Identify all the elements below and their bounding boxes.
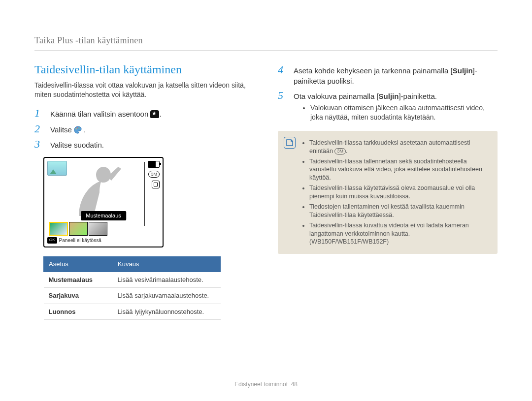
step-number: 3 xyxy=(34,139,45,150)
table-row: Sarjakuva Lisää sarjakuvamaalaustehoste. xyxy=(44,288,221,304)
filter-thumb xyxy=(69,222,88,236)
sub-bullet-list: Valokuvan ottamisen jälkeen alkaa automa… xyxy=(294,103,498,122)
battery-icon xyxy=(148,161,160,168)
step-number: 4 xyxy=(278,64,289,75)
palette-icon xyxy=(74,126,84,134)
step-4: 4 Aseta kohde kehykseen ja tarkenna pain… xyxy=(278,64,498,86)
preview-footer: OK Paneeli ei käytössä xyxy=(47,237,101,244)
section-header: Taika Plus -tilan käyttäminen xyxy=(34,34,498,51)
svg-point-2 xyxy=(78,127,79,128)
note-callout: Taidesivellin-tilassa tarkkuudeksi asete… xyxy=(278,131,498,254)
af-indicator-icon xyxy=(152,181,160,188)
note-item: Taidesivellin-tilassa kuvattua videota e… xyxy=(309,221,490,247)
panel-status-text: Paneeli ei käytössä xyxy=(59,237,101,244)
manual-page: Taika Plus -tilan käyttäminen Taidesivel… xyxy=(0,0,532,401)
status-icons: 3M xyxy=(148,161,160,188)
right-column: 4 Aseta kohde kehykseen ja tarkenna pain… xyxy=(278,62,498,320)
step-2: 2 Valitse . xyxy=(34,123,254,135)
camera-preview: 3M Mustemaalaus OK Paneeli ei käytössä xyxy=(43,157,164,247)
resolution-badge: 3M xyxy=(148,171,160,178)
intro-text: Taidesivellin-tilassa voit ottaa valokuv… xyxy=(34,81,254,99)
left-column: Taidesivellin-tilan käyttäminen Taidesiv… xyxy=(34,62,254,320)
resolution-pill-icon: 3M xyxy=(334,148,346,154)
preview-thumbnail-icon xyxy=(47,161,67,176)
filter-options-table: Asetus Kuvaus Mustemaalaus Lisää vesivär… xyxy=(43,256,221,320)
two-column-layout: Taidesivellin-tilan käyttäminen Taidesiv… xyxy=(34,62,498,320)
note-icon xyxy=(284,137,296,149)
step-text: Valitse . xyxy=(50,123,254,135)
note-item: Taidesivellin-tilassa tarkkuudeksi asete… xyxy=(309,139,490,155)
table-header: Asetus xyxy=(44,257,113,272)
filter-thumb xyxy=(89,222,107,236)
mode-dial-icon xyxy=(150,110,159,118)
note-item: Taidesivellin-tilassa käytettävissä olev… xyxy=(309,184,490,201)
filter-thumb xyxy=(49,222,68,236)
step-5: 5 Ota valokuva painamalla [Suljin]-paini… xyxy=(278,90,498,122)
step-1: 1 Käännä tilan valitsin asentoon . xyxy=(34,108,254,119)
ok-badge-icon: OK xyxy=(47,237,57,244)
table-row: Mustemaalaus Lisää vesivärimaalaustehost… xyxy=(44,272,221,288)
step-number: 1 xyxy=(34,108,45,119)
page-footer: Edistyneet toiminnot 48 xyxy=(0,380,532,388)
table-row: Luonnos Lisää lyijykynäluonnostehoste. xyxy=(44,304,221,320)
steps-left: 1 Käännä tilan valitsin asentoon . 2 Val… xyxy=(34,108,254,150)
table-header: Kuvaus xyxy=(113,257,221,272)
step-number: 5 xyxy=(278,90,289,101)
step-text: Valitse suodatin. xyxy=(50,139,254,150)
svg-point-0 xyxy=(75,128,76,129)
note-item: Tiedostojen tallentaminen voi kestää tav… xyxy=(309,203,490,219)
note-item: Taidesivellin-tilassa tallennetaan sekä … xyxy=(309,157,490,183)
step-text: Aseta kohde kehykseen ja tarkenna painam… xyxy=(294,64,498,86)
note-list: Taidesivellin-tilassa tarkkuudeksi asete… xyxy=(301,137,490,248)
filter-name-label: Mustemaalaus xyxy=(81,211,126,220)
page-title: Taidesivellin-tilan käyttäminen xyxy=(34,62,254,77)
step-text: Ota valokuva painamalla [Suljin]-painike… xyxy=(294,90,498,122)
filter-thumbnails xyxy=(49,222,107,236)
step-3: 3 Valitse suodatin. xyxy=(34,139,254,150)
steps-right: 4 Aseta kohde kehykseen ja tarkenna pain… xyxy=(278,64,498,122)
sub-bullet: Valokuvan ottamisen jälkeen alkaa automa… xyxy=(310,103,498,122)
svg-point-1 xyxy=(77,127,78,128)
step-number: 2 xyxy=(34,123,45,134)
step-text: Käännä tilan valitsin asentoon . xyxy=(50,108,254,119)
